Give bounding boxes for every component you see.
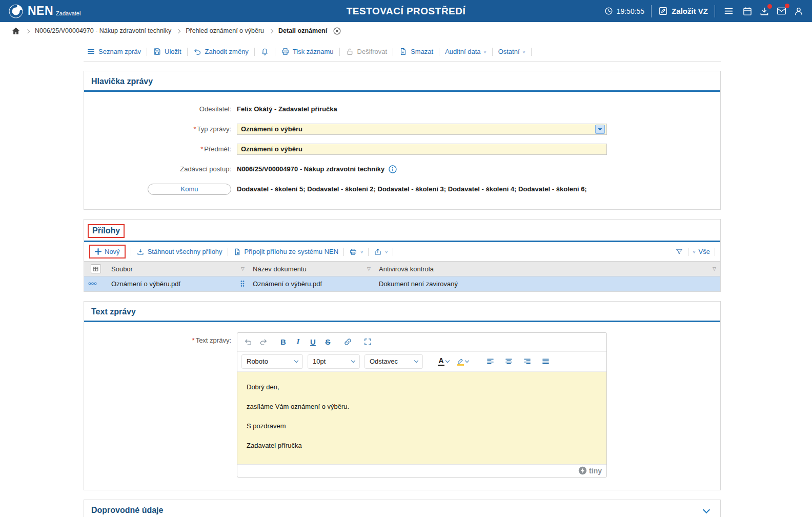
cell-soubor[interactable]: Oznámení o výběru.pdf xyxy=(107,276,249,291)
fullscreen-button[interactable] xyxy=(361,335,375,349)
block-format-select[interactable]: Odstavec xyxy=(364,354,423,369)
nen-brand[interactable]: NEN Zadavatel xyxy=(8,4,80,19)
align-right-button[interactable] xyxy=(520,355,534,368)
breadcrumb-item-current: Detail oznámení xyxy=(278,27,327,34)
expand-section-button[interactable] xyxy=(704,506,709,514)
column-header-soubor[interactable]: Soubor▽ xyxy=(107,262,249,276)
section-header[interactable]: Doprovodné údaje xyxy=(84,500,720,517)
filter-button[interactable] xyxy=(675,248,683,256)
toolbar-divider xyxy=(393,248,393,256)
pripojit-prilohu-button[interactable]: Připojit přílohu ze systému NEN xyxy=(233,248,339,256)
table-row[interactable]: Oznámení o výběru.pdf Oznámení o výběru.… xyxy=(84,276,720,291)
font-color-button[interactable]: A xyxy=(436,355,451,368)
downloads-button[interactable] xyxy=(759,6,769,16)
typ-zpravy-select[interactable]: Oznámení o výběru xyxy=(237,124,607,135)
italic-icon: I xyxy=(297,337,300,346)
zahodit-zmeny-button[interactable]: Zahodit změny xyxy=(193,47,249,56)
chevron-down-icon xyxy=(598,126,602,130)
column-header-nazev-dokumentu[interactable]: Název dokumentu▽ xyxy=(249,262,375,276)
text-zpravy-body: * Text zprávy: B I U S xyxy=(84,322,720,490)
editor-paragraph: S pozdravem xyxy=(247,422,597,430)
strikethrough-button[interactable]: S xyxy=(321,335,335,349)
align-left-button[interactable] xyxy=(483,355,497,368)
font-family-select[interactable]: Roboto xyxy=(241,354,303,369)
field-predmet: * Předmět: Oznámení o výběru xyxy=(84,139,720,159)
topbar-divider xyxy=(715,5,715,17)
info-icon[interactable] xyxy=(389,165,397,173)
close-tab-button[interactable] xyxy=(333,27,341,35)
notifications-button[interactable] xyxy=(260,47,269,56)
highlight-color-icon xyxy=(457,357,464,366)
odesilatel-value: Felix Okátý - Zadavatel příručka xyxy=(237,105,337,113)
novy-button[interactable]: Nový xyxy=(95,248,120,255)
auditni-data-button[interactable]: Auditní data ▿ xyxy=(445,48,486,55)
row-menu-dots-icon[interactable] xyxy=(88,282,97,286)
drag-handle-icon[interactable] xyxy=(240,280,245,287)
edit-icon xyxy=(658,6,668,16)
tisk-zaznamu-button[interactable]: Tisk záznamu xyxy=(281,47,334,56)
section-prilohy: Přílohy Nový Stáhnout všechny přílohy Př… xyxy=(84,219,721,292)
messages-button[interactable] xyxy=(776,6,787,16)
undo-button[interactable] xyxy=(241,335,255,349)
calendar-button[interactable] xyxy=(742,6,753,16)
field-komu: Komu Dodavatel - školení 5; Dodavatel - … xyxy=(84,179,720,199)
align-justify-button[interactable] xyxy=(539,355,553,368)
redo-button[interactable] xyxy=(256,335,270,349)
italic-button[interactable]: I xyxy=(291,335,305,349)
column-header-antivirova-kontrola[interactable]: Antivirová kontrola▽ xyxy=(375,262,720,276)
tiny-brand-label[interactable]: tiny xyxy=(589,467,602,475)
row-menu-cell[interactable] xyxy=(84,276,107,291)
smazat-button[interactable]: Smazat xyxy=(399,47,433,56)
insert-link-button[interactable] xyxy=(341,335,355,349)
ulozit-button[interactable]: Uložit xyxy=(153,47,181,56)
attachments-table: Soubor▽ Název dokumentu▽ Antivirová kont… xyxy=(84,261,720,291)
field-label: Komu xyxy=(84,184,231,195)
komu-button[interactable]: Komu xyxy=(148,184,231,195)
underline-button[interactable]: U xyxy=(306,335,320,349)
breadcrumb-item-procedure[interactable]: N006/25/V00004970 - Nákup zdravotní tech… xyxy=(35,27,171,34)
session-time: 19:50:55 xyxy=(617,7,645,15)
filter-triangle-icon[interactable]: ▽ xyxy=(713,267,716,271)
home-button[interactable] xyxy=(11,26,21,35)
bold-button[interactable]: B xyxy=(276,335,290,349)
environment-title: TESTOVACÍ PROSTŘEDÍ xyxy=(347,6,466,17)
field-label: Odesílatel: xyxy=(84,105,231,113)
align-justify-icon xyxy=(541,357,550,366)
vse-filter-button[interactable]: ▿ Vše xyxy=(693,248,710,255)
section-text-zpravy: Text zprávy * Text zprávy: B I U xyxy=(84,301,721,490)
desifrovat-button: Dešifrovat xyxy=(346,47,388,56)
close-icon xyxy=(333,27,341,35)
column-settings-header[interactable] xyxy=(84,262,107,276)
font-size-select[interactable]: 10pt xyxy=(308,354,360,369)
editor-toolbar-row2: Roboto 10pt Odstavec A xyxy=(237,352,606,372)
breadcrumb-item-overview[interactable]: Přehled oznámení o výběru xyxy=(186,27,264,34)
cell-nazev-dokumentu[interactable]: Oznámení o výběru.pdf xyxy=(249,276,375,291)
select-dropdown-button[interactable] xyxy=(595,125,605,134)
record-toolbar: Seznam zpráv Uložit Zahodit změny Tisk z… xyxy=(84,43,721,62)
column-settings-icon[interactable] xyxy=(91,264,101,273)
session-clock: 19:50:55 xyxy=(604,7,645,15)
cell-antivirova-kontrola: Dokument není zavirovaný xyxy=(375,276,720,291)
user-profile-button[interactable] xyxy=(794,6,804,16)
highlight-color-button[interactable] xyxy=(455,355,470,368)
redo-icon xyxy=(259,337,268,346)
bell-icon xyxy=(260,47,269,56)
editor-content-area[interactable]: Dobrý den, zasíláme Vám oznámení o výběr… xyxy=(237,372,606,464)
seznam-zprav-button[interactable]: Seznam zpráv xyxy=(87,47,141,56)
hamburger-menu-icon xyxy=(723,6,734,16)
filter-triangle-icon[interactable]: ▽ xyxy=(367,267,371,271)
predmet-input[interactable]: Oznámení o výběru xyxy=(237,144,607,155)
stahnout-vsechny-button[interactable]: Stáhnout všechny přílohy xyxy=(136,248,222,256)
highlighter-pen-icon xyxy=(457,357,464,364)
align-center-button[interactable] xyxy=(502,355,516,368)
filter-triangle-icon[interactable]: ▽ xyxy=(241,267,245,271)
align-center-icon xyxy=(504,357,513,366)
ostatni-button[interactable]: Ostatní ▿ xyxy=(498,48,525,55)
print-attachment-button[interactable]: ▿ xyxy=(349,248,363,256)
main-content: Seznam zpráv Uložit Zahodit změny Tisk z… xyxy=(84,43,721,517)
field-label: * Předmět: xyxy=(84,145,231,153)
main-menu-button[interactable] xyxy=(722,5,736,18)
breadcrumb: N006/25/V00004970 - Nákup zdravotní tech… xyxy=(0,22,812,39)
zalozit-vz-button[interactable]: Založit VZ xyxy=(658,6,708,16)
export-attachment-button[interactable]: ▿ xyxy=(374,248,388,256)
